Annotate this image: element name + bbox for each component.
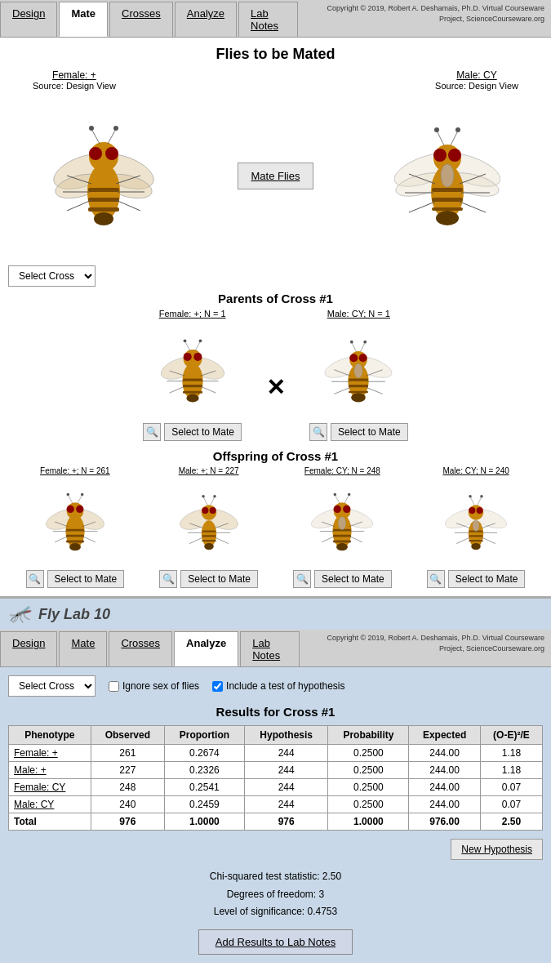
male-parent-select-mate[interactable]: Select to Mate: [331, 423, 408, 441]
table-row: Female: +2610.26742440.2500244.001.18: [9, 745, 543, 762]
offspring-label-2: Female: CY; N = 248: [304, 466, 380, 475]
svg-rect-130: [333, 535, 351, 537]
degrees-row: Degrees of freedom: 3: [8, 886, 543, 904]
cell-1-0: Male: +: [9, 762, 91, 779]
svg-point-159: [480, 495, 482, 497]
select-cross-dropdown[interactable]: Select Cross: [8, 265, 96, 287]
svg-line-34: [451, 131, 458, 145]
cell-4-4: 1.0000: [328, 813, 409, 831]
svg-point-117: [202, 495, 204, 497]
svg-rect-151: [469, 535, 482, 537]
offspring-1-magnify[interactable]: 🔍: [159, 570, 177, 588]
mate-title: Flies to be Mated: [8, 46, 543, 63]
svg-rect-90: [66, 535, 84, 537]
svg-point-35: [434, 127, 439, 132]
cell-2-0: Female: CY: [9, 779, 91, 796]
offspring-row: Female: +; N = 261: [8, 466, 543, 588]
svg-point-21: [94, 212, 113, 225]
chi-squared-row: Chi-squared test statistic: 2.50: [8, 868, 543, 886]
svg-point-47: [182, 363, 202, 399]
svg-line-39: [409, 202, 435, 212]
svg-point-125: [204, 543, 214, 550]
results-title: Results for Cross #1: [8, 705, 543, 719]
svg-point-32: [448, 149, 461, 162]
offspring-2-select-mate[interactable]: Select to Mate: [314, 570, 392, 588]
svg-rect-111: [202, 540, 216, 541]
tab-mate-1[interactable]: Mate: [59, 2, 108, 37]
include-hypothesis-checkbox[interactable]: [212, 681, 223, 692]
svg-line-20: [116, 200, 140, 211]
svg-point-14: [113, 126, 118, 131]
male-fly-image: [390, 94, 504, 257]
svg-rect-48: [183, 378, 202, 381]
svg-point-138: [348, 493, 350, 496]
significance-label: Level of significance:: [214, 906, 304, 917]
tab-design-1[interactable]: Design: [0, 2, 57, 37]
offspring-0-select-mate[interactable]: Select to Mate: [47, 570, 125, 588]
ignore-sex-checkbox[interactable]: [109, 681, 119, 692]
tab-analyze-1[interactable]: Analyze: [175, 2, 237, 37]
svg-line-104: [82, 536, 96, 542]
svg-line-157: [478, 497, 482, 505]
offspring-1-select-mate[interactable]: Select to Mate: [180, 570, 258, 588]
mate-flies-button[interactable]: Mate Flies: [238, 163, 314, 189]
ignore-sex-label[interactable]: Ignore sex of flies: [109, 680, 199, 692]
tab-labnotes-2[interactable]: Lab Notes: [240, 631, 300, 666]
male-parent-magnify[interactable]: 🔍: [309, 423, 327, 441]
offspring-0-magnify[interactable]: 🔍: [26, 570, 44, 588]
offspring-3-select-mate[interactable]: Select to Mate: [448, 570, 526, 588]
cell-4-0: Total: [9, 813, 91, 831]
svg-line-63: [200, 386, 216, 393]
tab-analyze-2[interactable]: Analyze: [174, 631, 238, 666]
svg-point-88: [65, 514, 84, 548]
offspring-2-magnify[interactable]: 🔍: [293, 570, 311, 588]
svg-rect-29: [432, 207, 463, 211]
svg-point-57: [198, 339, 202, 342]
svg-rect-110: [202, 535, 216, 537]
svg-line-96: [78, 495, 82, 503]
copyright-2: Copyright © 2019, Robert A. Deshamais, P…: [301, 630, 551, 666]
svg-point-137: [334, 493, 336, 496]
svg-rect-7: [88, 207, 119, 212]
add-results-button[interactable]: Add Results to Lab Notes: [198, 929, 353, 955]
female-parent-select-mate[interactable]: Select to Mate: [164, 423, 242, 441]
svg-point-31: [433, 149, 447, 162]
offspring-label-3: Male: CY; N = 240: [442, 466, 509, 475]
cell-2-4: 0.2500: [328, 779, 409, 796]
col-header-phenotype: Phenotype: [9, 726, 91, 745]
tab-design-2[interactable]: Design: [0, 631, 57, 666]
tab-crosses-2[interactable]: Crosses: [109, 631, 172, 666]
cell-1-6: 1.18: [480, 762, 542, 779]
svg-rect-68: [349, 378, 368, 381]
female-source: Source: Design View: [33, 81, 116, 91]
female-fly-image: [47, 94, 161, 257]
analyze-select-cross[interactable]: Select Cross: [8, 675, 96, 697]
svg-point-84: [352, 393, 367, 402]
svg-point-56: [183, 339, 186, 342]
tab-labnotes-1[interactable]: Lab Notes: [238, 2, 298, 37]
cell-4-6: 2.50: [480, 813, 542, 831]
female-parent-magnify[interactable]: 🔍: [143, 423, 161, 441]
col-header-observed: Observed: [91, 726, 164, 745]
table-row: Female: CY2480.25412440.2500244.000.07: [9, 779, 543, 796]
svg-line-42: [460, 202, 486, 212]
include-hypothesis-label[interactable]: Include a test of hypothesis: [212, 680, 344, 692]
tab-crosses-1[interactable]: Crosses: [109, 2, 173, 37]
svg-point-114: [209, 507, 216, 514]
svg-point-133: [334, 506, 341, 513]
table-row: Total9761.00009761.0000976.002.50: [9, 813, 543, 831]
svg-rect-5: [88, 188, 119, 192]
svg-point-64: [186, 394, 198, 402]
offspring-3-magnify[interactable]: 🔍: [427, 570, 445, 588]
tab-mate-2[interactable]: Mate: [59, 631, 107, 666]
cell-2-1: 248: [91, 779, 164, 796]
cell-0-2: 0.2674: [164, 745, 244, 762]
new-hypothesis-button[interactable]: New Hypothesis: [451, 839, 543, 860]
svg-rect-69: [349, 385, 368, 387]
fly-headers: Female: + Source: Design View Male: CY S…: [8, 69, 543, 91]
svg-line-115: [203, 497, 207, 505]
offspring-label-1: Male: +; N = 227: [179, 466, 239, 475]
col-header-hypothesis: Hypothesis: [244, 726, 327, 745]
select-cross-bar: Select Cross: [8, 265, 543, 287]
analyze-section: Select Cross Ignore sex of flies Include…: [0, 667, 551, 963]
